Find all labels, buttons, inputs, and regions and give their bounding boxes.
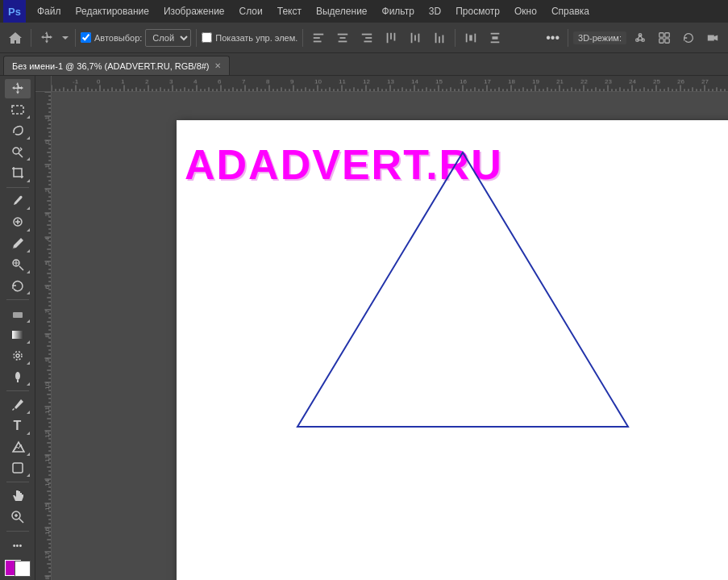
menu-help[interactable]: Справка bbox=[545, 4, 596, 19]
svg-rect-10 bbox=[390, 32, 392, 39]
svg-rect-5 bbox=[339, 40, 347, 42]
tool-brush[interactable] bbox=[5, 234, 31, 253]
tools-spacer-1 bbox=[6, 187, 29, 188]
align-center-h-button[interactable] bbox=[332, 27, 353, 48]
distribute-h-button[interactable] bbox=[460, 27, 481, 48]
three-d-mode-button[interactable]: 3D-режим: bbox=[573, 31, 626, 44]
move-options-arrow[interactable] bbox=[60, 27, 70, 48]
align-right-button[interactable] bbox=[356, 27, 377, 48]
toolbar-divider-4 bbox=[302, 29, 303, 47]
tools-spacer-5 bbox=[6, 531, 29, 532]
tool-path-select[interactable] bbox=[5, 437, 31, 457]
home-button[interactable] bbox=[5, 27, 26, 48]
menu-image[interactable]: Изображение bbox=[157, 4, 231, 19]
video-icon[interactable] bbox=[702, 27, 723, 48]
toolbar-divider-2 bbox=[75, 29, 76, 47]
svg-rect-3 bbox=[338, 33, 347, 35]
distribute-v-button[interactable] bbox=[485, 27, 505, 48]
layer-select[interactable]: Слой bbox=[145, 29, 191, 47]
align-left-button[interactable] bbox=[308, 27, 329, 48]
tool-lasso[interactable] bbox=[5, 121, 31, 140]
menu-bar: Ps Файл Редактирование Изображение Слои … bbox=[0, 0, 728, 23]
main-area: T ••• bbox=[0, 76, 728, 580]
tool-pen[interactable] bbox=[5, 395, 31, 415]
auto-select-label: Автовыбор: bbox=[94, 33, 142, 43]
menu-filter[interactable]: Фильтр bbox=[376, 4, 421, 19]
tool-clone[interactable] bbox=[5, 255, 31, 274]
ruler-left bbox=[35, 92, 52, 580]
tool-quick-select[interactable] bbox=[5, 142, 31, 161]
svg-rect-23 bbox=[493, 36, 498, 40]
tools-spacer-2 bbox=[6, 299, 29, 300]
tool-marquee[interactable] bbox=[5, 100, 31, 119]
svg-rect-42 bbox=[12, 331, 23, 339]
svg-rect-21 bbox=[491, 32, 500, 34]
svg-rect-17 bbox=[443, 35, 444, 43]
document-canvas: ADADVERT.RU bbox=[177, 120, 728, 580]
svg-line-49 bbox=[19, 519, 23, 523]
svg-rect-1 bbox=[314, 37, 320, 39]
tool-type[interactable]: T bbox=[5, 416, 31, 436]
align-bottom-button[interactable] bbox=[429, 27, 450, 48]
tool-zoom[interactable] bbox=[5, 507, 31, 527]
show-controls-checkbox[interactable] bbox=[202, 32, 212, 43]
svg-rect-34 bbox=[12, 106, 23, 114]
ruler-corner bbox=[35, 76, 52, 92]
tool-history-brush[interactable] bbox=[5, 276, 31, 295]
svg-rect-6 bbox=[362, 33, 372, 35]
toolbar-divider-5 bbox=[455, 29, 456, 47]
svg-rect-18 bbox=[466, 33, 468, 42]
tool-eraser[interactable] bbox=[5, 304, 31, 323]
tool-more[interactable]: ••• bbox=[5, 536, 31, 555]
toolbar-divider-6 bbox=[568, 29, 568, 47]
background-color[interactable] bbox=[15, 561, 31, 577]
tool-hand[interactable] bbox=[5, 486, 31, 506]
svg-rect-32 bbox=[659, 38, 664, 42]
tool-crop[interactable] bbox=[5, 163, 31, 182]
svg-rect-14 bbox=[418, 33, 420, 42]
menu-text[interactable]: Текст bbox=[271, 4, 308, 19]
svg-rect-47 bbox=[13, 463, 23, 473]
menu-edit[interactable]: Редактирование bbox=[69, 4, 156, 19]
document-tab[interactable]: Без имени-1 @ 36,7% (ADADVERT.RU, RGB/8#… bbox=[3, 56, 230, 75]
menu-3d[interactable]: 3D bbox=[422, 4, 447, 19]
svg-rect-22 bbox=[491, 41, 500, 43]
menu-window[interactable]: Окно bbox=[508, 4, 543, 19]
svg-point-43 bbox=[14, 352, 22, 360]
svg-point-35 bbox=[13, 148, 19, 154]
canvas-triangle bbox=[289, 136, 636, 453]
align-middle-v-button[interactable] bbox=[405, 27, 426, 48]
arrange-icon[interactable] bbox=[654, 27, 675, 48]
show-controls-label: Показать упр. элем. bbox=[215, 33, 297, 43]
show-controls-wrap: Показать упр. элем. bbox=[202, 32, 297, 43]
menu-layers[interactable]: Слои bbox=[233, 4, 269, 19]
toolbar-divider-3 bbox=[196, 29, 197, 47]
tab-close-button[interactable]: ✕ bbox=[214, 61, 221, 70]
svg-rect-16 bbox=[439, 36, 440, 43]
menu-select[interactable]: Выделение bbox=[310, 4, 374, 19]
options-toolbar: Автовыбор: Слой Показать упр. элем. ••• … bbox=[0, 23, 728, 53]
svg-rect-19 bbox=[475, 33, 476, 42]
menu-view[interactable]: Просмотр bbox=[449, 4, 506, 19]
tool-blur[interactable] bbox=[5, 346, 31, 365]
auto-select-checkbox[interactable] bbox=[81, 32, 91, 43]
ruler-top bbox=[52, 76, 728, 92]
color-swatches[interactable] bbox=[5, 560, 31, 577]
svg-point-44 bbox=[16, 354, 19, 357]
puppet-warp-icon[interactable] bbox=[630, 27, 651, 48]
svg-rect-8 bbox=[364, 40, 372, 42]
tool-shape[interactable] bbox=[5, 458, 31, 478]
tool-move[interactable] bbox=[5, 79, 31, 98]
more-options-button[interactable]: ••• bbox=[543, 31, 563, 45]
tool-gradient[interactable] bbox=[5, 325, 31, 344]
toolbar-right: ••• 3D-режим: bbox=[543, 27, 723, 48]
move-tool-icon[interactable] bbox=[36, 27, 57, 48]
align-top-button[interactable] bbox=[381, 27, 401, 48]
tool-eyedropper[interactable] bbox=[5, 191, 31, 211]
svg-rect-9 bbox=[387, 32, 389, 42]
tab-bar: Без имени-1 @ 36,7% (ADADVERT.RU, RGB/8#… bbox=[0, 53, 728, 76]
tool-dodge[interactable] bbox=[5, 367, 31, 386]
menu-file[interactable]: Файл bbox=[31, 4, 68, 19]
rotate-view-icon[interactable] bbox=[678, 27, 699, 48]
tool-heal[interactable] bbox=[5, 212, 31, 232]
